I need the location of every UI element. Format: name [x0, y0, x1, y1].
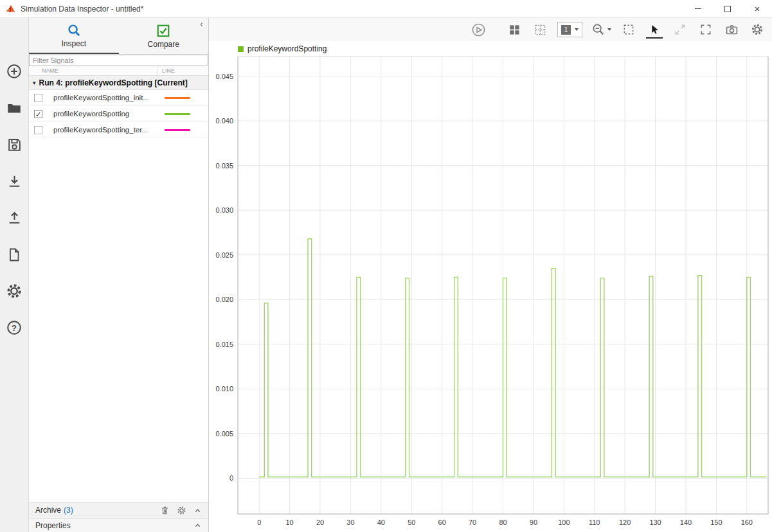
- svg-text:80: 80: [499, 519, 507, 526]
- svg-text:60: 60: [438, 519, 446, 526]
- tab-inspect[interactable]: Inspect: [29, 18, 119, 54]
- plot-legend-item[interactable]: profileKeywordSpotting: [238, 41, 772, 57]
- svg-text:130: 130: [649, 519, 661, 526]
- archive-settings-gear-icon[interactable]: [177, 506, 186, 515]
- chart-pane: 1: [209, 18, 772, 532]
- svg-text:0.025: 0.025: [215, 251, 233, 259]
- chevron-down-icon: [575, 28, 579, 31]
- zoom-out-icon: [591, 22, 606, 37]
- layout-selector-dropdown[interactable]: 1: [557, 22, 582, 37]
- sidebar-tabs: Inspect Compare ‹: [29, 18, 208, 55]
- signal-row[interactable]: profileKeywordSpotting_ter...: [29, 122, 208, 138]
- signal-label[interactable]: profileKeywordSpotting_init...: [53, 94, 165, 102]
- column-header-line: LINE: [157, 66, 175, 75]
- magnifier-icon: [67, 23, 81, 37]
- svg-text:30: 30: [346, 519, 354, 526]
- column-header-name: NAME: [42, 66, 58, 76]
- trash-icon[interactable]: [160, 505, 170, 515]
- window-title: Simulation Data Inspector - untitled*: [21, 4, 143, 13]
- chevron-up-icon[interactable]: [193, 506, 202, 515]
- signal-checkbox[interactable]: ✓: [34, 110, 42, 118]
- export-button[interactable]: [5, 209, 23, 226]
- fullscreen-button[interactable]: [697, 21, 714, 39]
- minimize-button[interactable]: [683, 0, 713, 17]
- matlab-logo-icon: [6, 4, 16, 13]
- tab-compare[interactable]: Compare: [119, 18, 209, 54]
- chevron-down-icon: [607, 28, 611, 31]
- sidebar-empty-area: [29, 138, 208, 502]
- app-body: ? Inspect Compare ‹ NAME: [0, 18, 772, 532]
- fit-to-view-icon: [622, 23, 635, 36]
- maximize-button[interactable]: [713, 0, 742, 17]
- cursor-arrow-icon: [649, 23, 660, 36]
- chart-toolbar: 1: [209, 18, 772, 41]
- compare-check-icon: [156, 24, 170, 38]
- svg-text:50: 50: [408, 519, 415, 526]
- import-arrow-icon: [6, 173, 22, 190]
- archive-label: Archive: [35, 506, 61, 515]
- gear-icon: [751, 23, 764, 36]
- collapse-sidebar-button[interactable]: ‹: [200, 19, 203, 28]
- zoom-out-dropdown[interactable]: [591, 22, 611, 37]
- expand-plot-button[interactable]: [672, 21, 688, 39]
- run-group-label: Run 4: profileKeywordSpotting [Current]: [39, 78, 188, 87]
- svg-text:0: 0: [229, 474, 233, 482]
- signal-checkbox[interactable]: [34, 126, 42, 134]
- close-button[interactable]: ×: [742, 0, 772, 17]
- legend-color-swatch: [238, 46, 244, 52]
- gear-icon: [6, 283, 22, 299]
- new-session-button[interactable]: [5, 63, 23, 80]
- svg-text:40: 40: [377, 519, 385, 526]
- snapshot-button[interactable]: [723, 21, 740, 39]
- title-bar: Simulation Data Inspector - untitled* ×: [0, 0, 772, 18]
- svg-text:120: 120: [619, 519, 631, 526]
- svg-text:0: 0: [257, 519, 261, 526]
- minimize-icon: [695, 8, 701, 9]
- edit-subplots-button[interactable]: [532, 21, 548, 39]
- folder-icon: [6, 100, 22, 116]
- signal-label[interactable]: profileKeywordSpotting: [53, 110, 165, 118]
- signal-row[interactable]: ✓ profileKeywordSpotting: [29, 106, 208, 122]
- properties-label: Properties: [35, 521, 71, 530]
- svg-text:20: 20: [316, 519, 324, 526]
- signal-line-swatch[interactable]: [165, 129, 190, 131]
- camera-icon: [725, 23, 739, 37]
- window-controls: ×: [683, 0, 772, 17]
- run-simulation-button[interactable]: [470, 21, 487, 39]
- close-icon: ×: [755, 3, 760, 14]
- svg-text:0.040: 0.040: [215, 117, 233, 125]
- expand-arrows-icon: [674, 23, 687, 36]
- create-report-button[interactable]: [5, 246, 23, 263]
- signal-checkbox[interactable]: [34, 94, 42, 102]
- signal-label[interactable]: profileKeywordSpotting_ter...: [53, 126, 165, 134]
- signal-row[interactable]: profileKeywordSpotting_init...: [29, 90, 208, 106]
- layout-count-badge: 1: [561, 25, 571, 35]
- signal-line-swatch[interactable]: [165, 113, 190, 115]
- help-button[interactable]: ?: [5, 319, 23, 336]
- properties-section-header[interactable]: Properties: [29, 518, 208, 532]
- svg-text:90: 90: [530, 519, 537, 526]
- layout-grid-button[interactable]: [506, 21, 523, 39]
- save-button[interactable]: [5, 136, 23, 153]
- svg-text:140: 140: [680, 519, 692, 526]
- chevron-up-icon[interactable]: [193, 521, 202, 529]
- preferences-button[interactable]: [5, 283, 23, 299]
- signal-line-swatch[interactable]: [165, 97, 190, 99]
- svg-text:0.020: 0.020: [215, 296, 233, 303]
- document-icon: [6, 247, 22, 263]
- maximize-icon: [724, 6, 731, 12]
- svg-text:0.045: 0.045: [215, 73, 233, 80]
- plus-circle-icon: [6, 63, 22, 80]
- signal-sidebar: Inspect Compare ‹ NAME LINE ▾ Run 4: pro…: [29, 18, 209, 532]
- collapse-triangle-icon[interactable]: ▾: [33, 80, 36, 86]
- fit-to-view-button[interactable]: [620, 21, 637, 39]
- archive-section-header[interactable]: Archive (3): [29, 502, 208, 518]
- svg-text:0.005: 0.005: [215, 430, 233, 438]
- plot-settings-button[interactable]: [749, 21, 766, 39]
- run-group-header[interactable]: ▾ Run 4: profileKeywordSpotting [Current…: [29, 76, 208, 90]
- filter-signals-input[interactable]: [29, 55, 208, 66]
- signal-plot[interactable]: 0102030405060708090100110120130140150160…: [209, 57, 772, 532]
- pointer-tool-button[interactable]: [646, 21, 663, 39]
- import-button[interactable]: [5, 173, 23, 190]
- open-button[interactable]: [5, 100, 23, 116]
